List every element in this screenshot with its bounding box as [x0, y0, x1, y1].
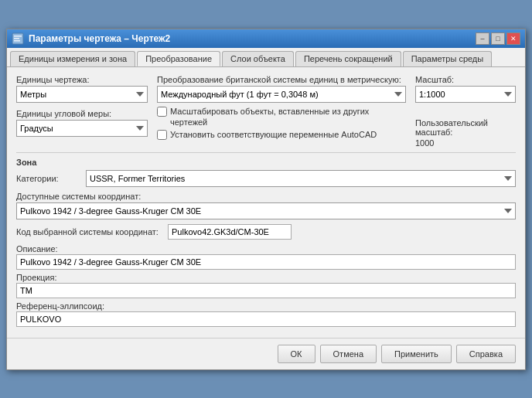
svg-rect-2 — [14, 38, 19, 39]
category-row: Категории: USSR, Former Territories — [16, 170, 516, 187]
category-select[interactable]: USSR, Former Territories — [86, 170, 516, 187]
tab-env[interactable]: Параметры среды — [403, 51, 493, 66]
title-buttons: – □ ✕ — [476, 32, 520, 45]
selected-code-input[interactable] — [168, 224, 292, 240]
checkbox-autocad-vars-row: Установить соответствующие переменные Au… — [157, 129, 406, 140]
zone-section: Зона Категории: USSR, Former Territories… — [16, 158, 516, 327]
checkbox-scale-objects-label: Масштабировать объекты, вставленные из д… — [170, 106, 406, 128]
angular-units-label: Единицы угловой меры: — [16, 109, 148, 118]
maximize-button[interactable]: □ — [491, 32, 505, 45]
scale-column: Масштаб: 1:1000 Пользовательский масштаб… — [415, 75, 516, 148]
checkbox-scale-objects-row: Масштабировать объекты, вставленные из д… — [157, 106, 406, 128]
category-label: Категории: — [16, 174, 86, 183]
scale-select[interactable]: 1:1000 — [415, 86, 516, 103]
title-bar: Параметры чертежа – Чертеж2 – □ ✕ — [7, 29, 525, 48]
window-title: Параметры чертежа – Чертеж2 — [29, 33, 170, 44]
drawing-units-label: Единицы чертежа: — [16, 75, 148, 84]
coord-systems-label: Доступные системы координат: — [16, 192, 516, 201]
ellipsoid-input[interactable] — [16, 311, 516, 327]
main-window: Параметры чертежа – Чертеж2 – □ ✕ Единиц… — [6, 29, 526, 370]
selected-code-row: Код выбранной системы координат: — [16, 224, 516, 240]
coord-systems-select[interactable]: Pulkovo 1942 / 3-degree Gauss-Kruger CM … — [16, 202, 516, 219]
angular-units-select[interactable]: Градусы — [16, 120, 148, 137]
unit-conversion-select[interactable]: Международный фут (1 фут = 0,3048 м) — [157, 86, 406, 103]
window-icon — [12, 32, 24, 45]
description-block: Описание: — [16, 244, 516, 270]
footer: ОК Отмена Применить Справка — [7, 338, 525, 369]
zone-title: Зона — [16, 158, 516, 167]
divider-1 — [16, 152, 516, 153]
selected-code-label: Код выбранной системы координат: — [16, 227, 163, 236]
cancel-button[interactable]: Отмена — [320, 345, 377, 363]
close-button[interactable]: ✕ — [506, 32, 520, 45]
tab-transform[interactable]: Преобразование — [137, 51, 220, 66]
svg-rect-1 — [14, 36, 22, 37]
tab-abbrev[interactable]: Перечень сокращений — [295, 51, 401, 66]
apply-button[interactable]: Применить — [381, 345, 452, 363]
title-bar-left: Параметры чертежа – Чертеж2 — [12, 32, 170, 45]
drawing-units-select[interactable]: Метры — [16, 86, 148, 103]
checkbox-autocad-vars-label: Установить соответствующие переменные Au… — [170, 129, 377, 140]
tab-units[interactable]: Единицы измерения и зона — [10, 51, 135, 66]
minimize-button[interactable]: – — [476, 32, 489, 45]
transform-column: Преобразование британской системы единиц… — [157, 75, 406, 148]
tab-layers[interactable]: Слои объекта — [222, 51, 294, 66]
projection-block: Проекция: — [16, 273, 516, 298]
checkbox-autocad-vars[interactable] — [157, 130, 167, 140]
projection-input[interactable] — [16, 283, 516, 298]
transform-label: Преобразование британской системы единиц… — [157, 75, 406, 84]
projection-label: Проекция: — [16, 273, 516, 282]
top-section: Единицы чертежа: Метры Единицы угловой м… — [16, 75, 516, 148]
units-column: Единицы чертежа: Метры Единицы угловой м… — [16, 75, 148, 148]
scale-label: Масштаб: — [415, 75, 516, 84]
svg-rect-3 — [14, 40, 20, 42]
user-scale-value: 1000 — [415, 138, 516, 148]
ellipsoid-block: Референц-эллипсоид: — [16, 301, 516, 327]
description-input[interactable] — [16, 254, 516, 270]
ok-button[interactable]: ОК — [278, 345, 315, 363]
checkbox-scale-objects[interactable] — [157, 107, 167, 117]
ellipsoid-label: Референц-эллипсоид: — [16, 301, 516, 311]
tab-content: Единицы чертежа: Метры Единицы угловой м… — [7, 67, 525, 338]
description-label: Описание: — [16, 244, 516, 253]
tabs-bar: Единицы измерения и зона Преобразование … — [7, 48, 525, 67]
help-button[interactable]: Справка — [456, 345, 516, 363]
user-scale-label: Пользовательский масштаб: — [415, 118, 516, 137]
